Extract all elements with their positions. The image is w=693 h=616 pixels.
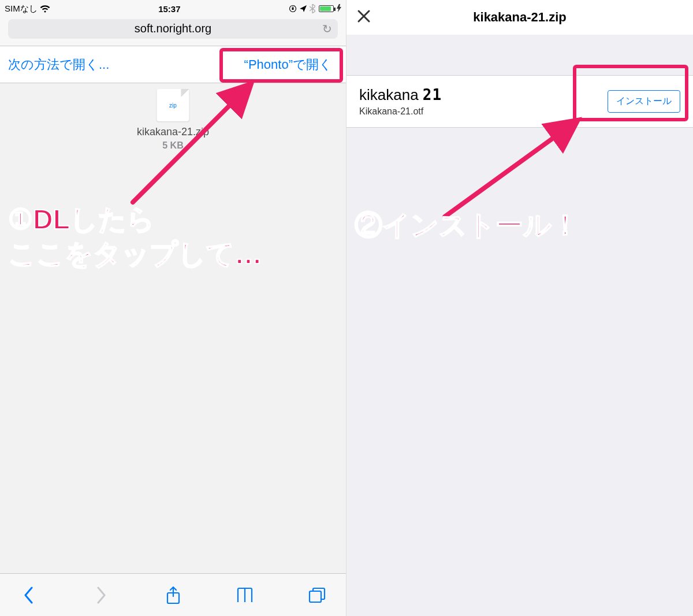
status-left: SIMなし (5, 3, 50, 14)
phonto-header: kikakana-21.zip (346, 0, 693, 35)
orientation-lock-icon (289, 5, 297, 13)
font-name-text: kikakana (359, 86, 423, 103)
spacer (346, 35, 693, 75)
safari-toolbar (0, 573, 346, 616)
status-right (289, 4, 341, 14)
status-bar: SIMなし 15:37 (0, 0, 346, 17)
close-button[interactable] (357, 8, 371, 27)
annotation-text-left: ①DLしたら ここをタップして… (8, 202, 262, 272)
location-icon (299, 5, 307, 13)
address-field[interactable]: soft.noright.org ↻ (8, 19, 338, 39)
font-display-name: kikakana 21 (359, 86, 442, 104)
tabs-button[interactable] (304, 582, 330, 608)
clock: 15:37 (158, 4, 180, 14)
svg-line-5 (445, 123, 575, 217)
annotation-text-right: ②インストール！ (355, 208, 579, 243)
svg-rect-1 (292, 8, 293, 10)
svg-line-4 (133, 87, 248, 202)
bluetooth-icon (310, 4, 315, 13)
install-button[interactable]: インストール (608, 90, 680, 113)
share-button[interactable] (161, 582, 186, 608)
charging-icon (337, 4, 341, 14)
url-text: soft.noright.org (135, 22, 211, 35)
font-info: kikakana 21 Kikakana-21.otf (359, 86, 442, 117)
wifi-icon (40, 5, 50, 13)
phonto-title: kikakana-21.zip (473, 10, 566, 25)
battery-icon (318, 5, 334, 12)
back-button[interactable] (16, 582, 42, 608)
annotation-arrow-left (116, 75, 277, 208)
forward-button[interactable] (88, 582, 114, 608)
open-with-button[interactable]: 次の方法で開く... (8, 56, 109, 73)
svg-rect-3 (310, 591, 321, 602)
carrier-label: SIMなし (5, 3, 38, 14)
font-filename: Kikakana-21.otf (359, 106, 442, 117)
reload-icon[interactable]: ↻ (322, 22, 332, 36)
open-in-phonto-button[interactable]: “Phonto”で開く (239, 54, 338, 76)
phonto-screen: kikakana-21.zip kikakana 21 Kikakana-21.… (346, 0, 693, 616)
bookmarks-button[interactable] (232, 582, 258, 608)
font-name-number: 21 (423, 86, 442, 103)
url-bar: soft.noright.org ↻ (0, 17, 346, 46)
